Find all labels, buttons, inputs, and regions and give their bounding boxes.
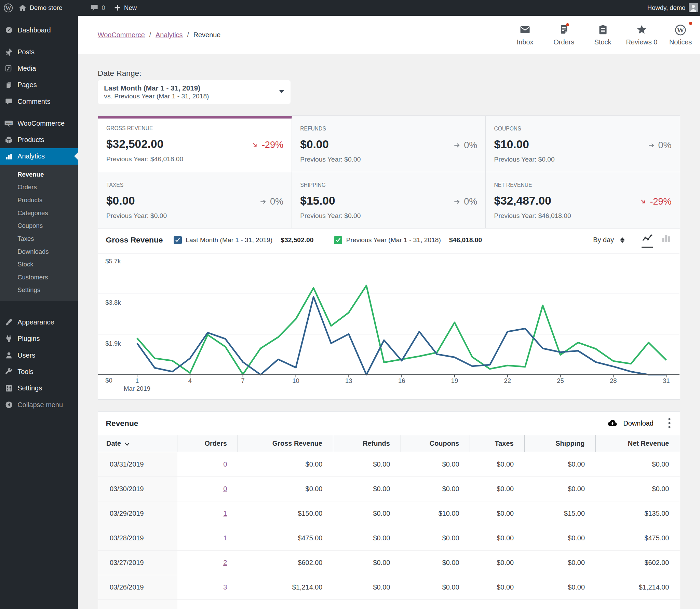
svg-text:7: 7 [241, 377, 244, 384]
svg-text:W: W [5, 4, 11, 11]
svg-text:4: 4 [188, 377, 192, 384]
svg-text:31: 31 [663, 377, 670, 384]
svg-text:25: 25 [557, 377, 564, 384]
svg-text:$5.7k: $5.7k [105, 258, 121, 265]
svg-text:28: 28 [610, 377, 617, 384]
svg-text:Mar 2019: Mar 2019 [124, 385, 150, 392]
svg-text:W: W [677, 26, 684, 34]
svg-text:19: 19 [451, 377, 458, 384]
svg-text:16: 16 [398, 377, 405, 384]
svg-text:13: 13 [345, 377, 352, 384]
svg-text:10: 10 [292, 377, 299, 384]
svg-text:1: 1 [135, 377, 139, 384]
svg-text:22: 22 [504, 377, 511, 384]
svg-text:$3.8k: $3.8k [105, 299, 121, 306]
svg-text:$1.9k: $1.9k [105, 340, 121, 347]
svg-text:Woo: Woo [6, 122, 12, 125]
svg-text:$0: $0 [105, 376, 112, 384]
